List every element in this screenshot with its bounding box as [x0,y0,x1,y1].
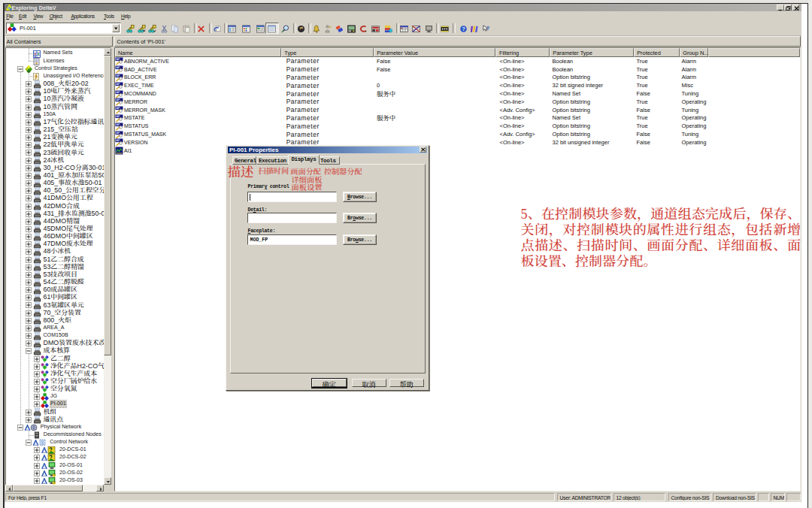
svg-text:?: ? [486,25,490,32]
svg-text:?: ? [462,26,465,32]
